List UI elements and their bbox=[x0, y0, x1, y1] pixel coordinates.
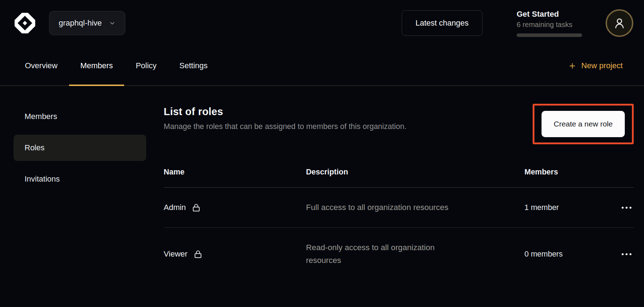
role-menu-cell bbox=[609, 236, 634, 273]
role-description: Full access to all organization resource… bbox=[306, 188, 459, 227]
sidebar-item-members[interactable]: Members bbox=[14, 103, 146, 130]
members-page: Members Roles Invitations List of roles … bbox=[0, 86, 644, 280]
create-role-button[interactable]: Create a new role bbox=[542, 111, 625, 137]
roles-table: Name Description Members Admin Full acce… bbox=[164, 160, 634, 280]
table-row-viewer: Viewer Read-only access to all organizat… bbox=[164, 228, 634, 280]
user-menu-button[interactable] bbox=[606, 9, 633, 37]
roles-panel: List of roles Manage the roles that can … bbox=[164, 86, 644, 280]
new-project-button[interactable]: New project bbox=[568, 61, 623, 70]
column-header-description: Description bbox=[306, 160, 524, 187]
tab-overview[interactable]: Overview bbox=[14, 46, 69, 85]
lock-icon bbox=[191, 203, 201, 212]
org-name: graphql-hive bbox=[59, 18, 102, 28]
role-name: Viewer bbox=[164, 249, 188, 259]
role-description: Read-only access to all organization res… bbox=[306, 228, 459, 280]
get-started-title: Get Started bbox=[517, 10, 584, 19]
roles-panel-header: List of roles Manage the roles that can … bbox=[164, 106, 634, 144]
column-header-members: Members bbox=[524, 160, 609, 187]
tab-settings[interactable]: Settings bbox=[168, 46, 219, 85]
get-started-subtitle: 6 remaining tasks bbox=[517, 21, 584, 29]
members-sidebar: Members Roles Invitations bbox=[0, 86, 164, 197]
roles-heading-block: List of roles Manage the roles that can … bbox=[164, 106, 406, 131]
app-header: graphql-hive Latest changes Get Started … bbox=[0, 0, 644, 46]
row-menu-button[interactable] bbox=[609, 203, 634, 213]
org-tab-bar: Overview Members Policy Settings New pro… bbox=[0, 46, 644, 86]
table-row-admin: Admin Full access to all organization re… bbox=[164, 188, 634, 228]
new-project-label: New project bbox=[581, 61, 623, 70]
tab-members[interactable]: Members bbox=[69, 46, 125, 85]
role-name-cell: Viewer bbox=[164, 236, 306, 273]
tab-policy[interactable]: Policy bbox=[124, 46, 168, 85]
column-header-menu bbox=[609, 165, 634, 183]
chevron-down-icon bbox=[109, 20, 116, 27]
role-name-cell: Admin bbox=[164, 189, 306, 226]
roles-table-header: Name Description Members bbox=[164, 160, 634, 188]
user-icon bbox=[613, 17, 626, 29]
get-started-widget[interactable]: Get Started 6 remaining tasks bbox=[517, 10, 584, 37]
lock-icon bbox=[193, 249, 203, 259]
org-switcher-button[interactable]: graphql-hive bbox=[49, 11, 125, 35]
get-started-progressbar bbox=[517, 33, 582, 37]
plus-icon bbox=[568, 62, 576, 70]
annotation-highlight: Create a new role bbox=[533, 104, 634, 144]
page-subtitle: Manage the roles that can be assigned to… bbox=[164, 122, 406, 131]
row-menu-button[interactable] bbox=[609, 249, 634, 259]
page-title: List of roles bbox=[164, 106, 406, 118]
latest-changes-button[interactable]: Latest changes bbox=[402, 10, 482, 36]
column-header-name: Name bbox=[164, 160, 306, 187]
role-members-count: 0 members bbox=[524, 236, 609, 272]
sidebar-item-invitations[interactable]: Invitations bbox=[14, 166, 146, 192]
hive-logo-icon[interactable] bbox=[14, 12, 36, 34]
role-name: Admin bbox=[164, 203, 186, 212]
role-menu-cell bbox=[609, 189, 634, 226]
sidebar-item-roles[interactable]: Roles bbox=[14, 135, 146, 161]
role-members-count: 1 member bbox=[524, 190, 609, 226]
